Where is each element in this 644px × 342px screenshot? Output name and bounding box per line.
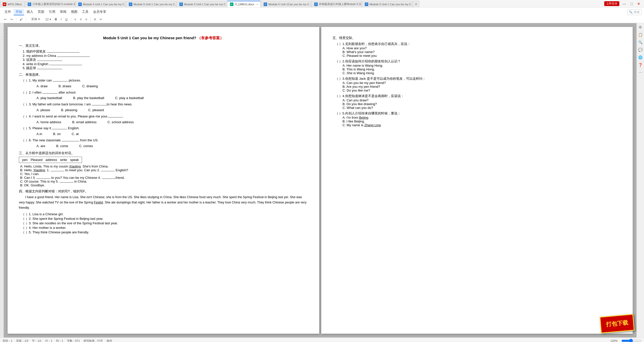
page-title-container: Module 5 Unit 1 Can you be my Chinese pe… xyxy=(19,36,308,40)
status-line: 行：1 xyxy=(45,339,52,342)
maximize-button[interactable]: □ xyxy=(629,1,634,6)
menu-tools[interactable]: 工具 xyxy=(80,9,91,15)
sq4-c: C. What can you do? xyxy=(343,106,622,110)
rp-btn-1[interactable]: ⚙ xyxy=(638,24,643,30)
q4-bracket: （ ） xyxy=(21,114,29,118)
color-button[interactable]: A xyxy=(92,17,97,22)
align-left-button[interactable]: ≡ xyxy=(73,17,77,22)
tab-6-close[interactable]: × xyxy=(256,3,258,6)
close-button[interactable]: ✕ xyxy=(636,1,641,6)
status-zoom: 120% xyxy=(611,339,618,342)
q4-b: B. email address xyxy=(72,120,97,125)
sep2 xyxy=(26,17,26,22)
align-center-button[interactable]: ≡ xyxy=(78,17,83,22)
zoom-slider[interactable] xyxy=(621,339,641,342)
tf3: （ ）3. She ate noodles on the eve of the … xyxy=(21,221,308,226)
tab-7[interactable]: W Module 5 Unit 1Can you be my C... × xyxy=(261,1,311,7)
bold-button[interactable]: B xyxy=(53,17,59,22)
rp-btn-3[interactable]: 🔍 xyxy=(638,39,643,45)
section2-header: 二、单项选择。 xyxy=(19,72,308,77)
doc-area: ⋮⋮ Module 5 Unit 1 Can you be my Chinese… xyxy=(4,23,636,337)
tab-4[interactable]: W Module 5 Unit 1 Can you be my C... × xyxy=(126,1,176,7)
rp-btn-2[interactable]: 📋 xyxy=(638,32,643,37)
doc-icon-4: W xyxy=(129,3,132,6)
dialogue-3: C: Yes, I can. xyxy=(20,172,308,176)
sq1-b: B. What's your name? xyxy=(343,50,622,54)
q1-bracket: （ ） xyxy=(21,78,29,82)
wb-address: address xyxy=(46,158,57,162)
section5-header: 五、情景交际。 xyxy=(333,36,622,40)
translation-items: 1. 我的中国笔友 2. my address in China 3. 说英语 … xyxy=(23,49,308,70)
rp-btn-7[interactable]: ⋯ xyxy=(638,70,643,75)
sq5-c: C. My name is Zhang Ling. xyxy=(343,123,622,127)
rp-btn-6[interactable]: ❓ xyxy=(638,62,643,68)
reading-text: I have a good friend. Her name is Lisa. … xyxy=(19,195,308,211)
tool-buttons: ↩ ↪ 🖌 宋体 ▾ 12 ▾ B I U ≡ ≡ ≡ A ✏ xyxy=(0,16,644,22)
rp-btn-5[interactable]: 🌐 xyxy=(638,55,643,60)
sq2-b: B. This is Wang Hong. xyxy=(343,67,622,71)
menu-view[interactable]: 视图 xyxy=(69,9,79,15)
right-sidebar: ⚙ 📋 🔍 💬 🌐 ❓ ⋯ xyxy=(636,23,644,337)
tab-9[interactable]: W Module 5 Unit 1 Can you be my C... × xyxy=(362,1,412,7)
format-paint-button[interactable]: 🖌 xyxy=(18,17,24,22)
q1-options: A. draw B. draws C. drawing xyxy=(36,84,308,89)
doc-icon-5: W xyxy=(179,3,183,6)
doc-icon-2: W xyxy=(28,3,31,6)
q2-c: C. play a basketball xyxy=(115,96,144,101)
menu-reference[interactable]: 引用 xyxy=(47,9,57,15)
titlebar: W WPS Office W 六年级上册英语同步练习-module 5 × W … xyxy=(0,0,644,8)
highlight-button[interactable]: ✏ xyxy=(98,17,104,22)
q2-options: A. play basketball B. play the basketbal… xyxy=(36,96,308,101)
tab-2[interactable]: W 六年级上册英语同步练习-module 5 × xyxy=(25,1,75,7)
wb-speak: speak xyxy=(70,158,79,162)
undo-button[interactable]: ↩ xyxy=(3,17,8,22)
menu-file[interactable]: 文件 xyxy=(3,9,13,15)
sq3-b: B. Are you my pen friend? xyxy=(343,85,622,89)
section4-header: 四、根据文内容判断对错：对的写T，错的写F。 xyxy=(19,189,308,194)
font-name-button[interactable]: 宋体 ▾ xyxy=(28,17,43,22)
trans-2: 2. my address in China xyxy=(23,54,308,58)
menu-review[interactable]: 审阅 xyxy=(58,9,68,15)
align-right-button[interactable]: ≡ xyxy=(84,17,89,22)
menu-vip[interactable]: 会员专享 xyxy=(91,9,108,15)
mcq-items: （ ）1. My sister can pictures. A. draw B.… xyxy=(21,78,308,149)
tab-3[interactable]: W Module 5 Unit 1 Can you be my C... × xyxy=(75,1,126,7)
rp-btn-4[interactable]: 💬 xyxy=(638,47,643,53)
tf1: （ ）1. Lisa is a Chinese girl. xyxy=(21,212,308,217)
right-page: 五、情景交际。 （ ）1.见到新朋友时，你想表示自己很高兴，应说： A. How… xyxy=(321,27,633,334)
menu-items: 文件 开始 插入 页面 引用 审阅 视图 工具 会员专享 xyxy=(3,9,108,15)
tab-7-label: Module 5 Unit 1Can you be my C... xyxy=(268,3,311,6)
tf4: （ ）4. Her mother is a worker. xyxy=(21,226,308,230)
font-size-button[interactable]: 12 ▾ xyxy=(44,17,53,22)
tf5: （ ）5. They think Chinese people are frie… xyxy=(21,230,308,235)
register-button[interactable]: 立即登录 xyxy=(604,1,619,6)
search-placeholder: 搜索 xyxy=(634,10,640,14)
toolbar: 文件 开始 插入 页面 引用 审阅 视图 工具 会员专享 🔍 搜索 ↩ ↪ 🖌 … xyxy=(0,8,644,23)
q6-c: C. comes xyxy=(79,144,93,149)
page-title-answer: （有参考答案） xyxy=(197,36,224,40)
q4-a: A. home address xyxy=(36,120,61,125)
search-box[interactable]: 🔍 搜索 xyxy=(627,9,641,15)
tab-5[interactable]: W Module 5 Unit 1 Can you be my C... × xyxy=(177,1,227,7)
italic-button[interactable]: I xyxy=(59,17,63,22)
tab-wps[interactable]: W WPS Office xyxy=(0,1,25,7)
sq2-options: A. Her name is Wang Hong. B. This is Wan… xyxy=(343,64,622,75)
q2-a: A. play basketball xyxy=(36,96,62,101)
q6-options: A. are B. come C. comes xyxy=(36,144,308,149)
minimize-button[interactable]: — xyxy=(621,1,627,6)
redo-button[interactable]: ↪ xyxy=(9,17,14,22)
tab-8[interactable]: W 外研版高选六年级上册Module 5 分... × xyxy=(311,1,362,7)
status-cursor: 节：1/1 xyxy=(32,339,41,342)
new-tab-btn[interactable]: + xyxy=(413,1,419,7)
doc-icon-7: W xyxy=(264,3,267,6)
xiaoling-1: Xiaoling xyxy=(69,164,81,168)
menu-page[interactable]: 页面 xyxy=(36,9,46,15)
menu-insert[interactable]: 插入 xyxy=(25,9,35,15)
underline-button[interactable]: U xyxy=(64,17,69,22)
tab-3-label: Module 5 Unit 1 Can you be my C... xyxy=(83,3,126,6)
tab-6-active[interactable]: W 六上M5U1.docx × xyxy=(227,1,261,7)
q3-b: B. pleasing xyxy=(61,108,77,113)
q3-a: A. please xyxy=(36,108,50,113)
menu-start[interactable]: 开始 xyxy=(14,9,24,15)
download-stamp[interactable]: 打包下载 xyxy=(599,314,634,333)
